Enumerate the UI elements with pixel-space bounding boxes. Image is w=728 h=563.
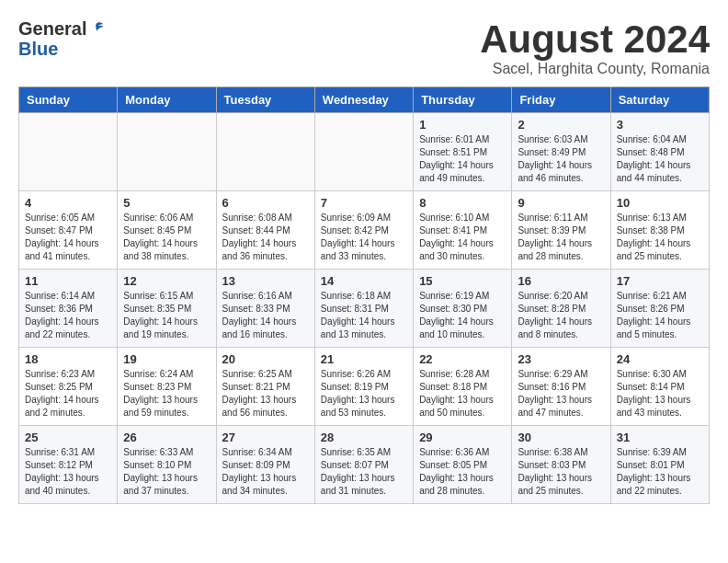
day-number: 23 [518, 352, 604, 366]
day-number: 20 [222, 352, 309, 366]
calendar-week-2: 4Sunrise: 6:05 AM Sunset: 8:47 PM Daylig… [19, 191, 710, 270]
weekday-header-thursday: Thursday [414, 87, 512, 113]
day-detail: Sunrise: 6:11 AM Sunset: 8:39 PM Dayligh… [518, 212, 604, 263]
calendar-cell: 19Sunrise: 6:24 AM Sunset: 8:23 PM Dayli… [118, 348, 216, 426]
day-number: 11 [25, 274, 111, 288]
calendar-cell: 21Sunrise: 6:26 AM Sunset: 8:19 PM Dayli… [314, 348, 413, 426]
calendar-cell: 31Sunrise: 6:39 AM Sunset: 8:01 PM Dayli… [610, 426, 709, 504]
day-detail: Sunrise: 6:03 AM Sunset: 8:49 PM Dayligh… [518, 133, 604, 185]
calendar-cell: 23Sunrise: 6:29 AM Sunset: 8:16 PM Dayli… [512, 348, 610, 426]
day-detail: Sunrise: 6:25 AM Sunset: 8:21 PM Dayligh… [222, 368, 309, 419]
calendar-cell: 20Sunrise: 6:25 AM Sunset: 8:21 PM Dayli… [216, 348, 314, 426]
day-detail: Sunrise: 6:13 AM Sunset: 8:38 PM Dayligh… [617, 212, 703, 263]
day-detail: Sunrise: 6:30 AM Sunset: 8:14 PM Dayligh… [617, 368, 703, 419]
calendar-week-1: 1Sunrise: 6:01 AM Sunset: 8:51 PM Daylig… [19, 113, 710, 191]
day-detail: Sunrise: 6:31 AM Sunset: 8:12 PM Dayligh… [25, 446, 111, 498]
day-detail: Sunrise: 6:08 AM Sunset: 8:44 PM Dayligh… [222, 212, 309, 263]
day-number: 9 [518, 196, 604, 210]
day-number: 16 [518, 274, 604, 288]
day-detail: Sunrise: 6:39 AM Sunset: 8:01 PM Dayligh… [617, 446, 703, 498]
calendar-cell: 29Sunrise: 6:36 AM Sunset: 8:05 PM Dayli… [414, 426, 512, 504]
header: General Blue August 2024 Sacel, Harghita… [18, 18, 710, 77]
day-number: 28 [321, 431, 407, 444]
day-detail: Sunrise: 6:04 AM Sunset: 8:48 PM Dayligh… [617, 133, 703, 185]
weekday-header-tuesday: Tuesday [216, 87, 314, 113]
calendar-cell: 13Sunrise: 6:16 AM Sunset: 8:33 PM Dayli… [216, 270, 314, 348]
calendar-cell [314, 113, 413, 191]
day-detail: Sunrise: 6:28 AM Sunset: 8:18 PM Dayligh… [419, 368, 506, 419]
day-number: 6 [222, 196, 309, 210]
calendar-week-4: 18Sunrise: 6:23 AM Sunset: 8:25 PM Dayli… [19, 348, 710, 426]
calendar-cell: 8Sunrise: 6:10 AM Sunset: 8:41 PM Daylig… [414, 191, 512, 270]
calendar-cell: 3Sunrise: 6:04 AM Sunset: 8:48 PM Daylig… [610, 113, 709, 191]
day-number: 27 [222, 431, 309, 444]
day-detail: Sunrise: 6:21 AM Sunset: 8:26 PM Dayligh… [617, 290, 703, 341]
day-detail: Sunrise: 6:26 AM Sunset: 8:19 PM Dayligh… [321, 368, 407, 419]
calendar-cell [19, 113, 118, 191]
logo: General Blue [18, 18, 105, 59]
calendar-week-5: 25Sunrise: 6:31 AM Sunset: 8:12 PM Dayli… [19, 426, 710, 504]
day-number: 22 [419, 352, 506, 366]
day-number: 30 [518, 431, 604, 444]
calendar-cell: 26Sunrise: 6:33 AM Sunset: 8:10 PM Dayli… [118, 426, 216, 504]
calendar-cell: 28Sunrise: 6:35 AM Sunset: 8:07 PM Dayli… [314, 426, 413, 504]
day-number: 7 [321, 196, 407, 210]
day-number: 31 [617, 431, 703, 444]
calendar-week-3: 11Sunrise: 6:14 AM Sunset: 8:36 PM Dayli… [19, 270, 710, 348]
day-number: 14 [321, 274, 407, 288]
calendar-cell: 2Sunrise: 6:03 AM Sunset: 8:49 PM Daylig… [512, 113, 610, 191]
day-detail: Sunrise: 6:16 AM Sunset: 8:33 PM Dayligh… [222, 290, 309, 341]
day-detail: Sunrise: 6:05 AM Sunset: 8:47 PM Dayligh… [25, 212, 111, 263]
day-detail: Sunrise: 6:29 AM Sunset: 8:16 PM Dayligh… [518, 368, 604, 419]
calendar-cell: 11Sunrise: 6:14 AM Sunset: 8:36 PM Dayli… [19, 270, 118, 348]
day-detail: Sunrise: 6:33 AM Sunset: 8:10 PM Dayligh… [123, 446, 210, 498]
day-number: 4 [25, 196, 111, 210]
day-detail: Sunrise: 6:06 AM Sunset: 8:45 PM Dayligh… [123, 212, 210, 263]
calendar-cell [216, 113, 314, 191]
calendar-cell: 16Sunrise: 6:20 AM Sunset: 8:28 PM Dayli… [512, 270, 610, 348]
calendar-cell: 5Sunrise: 6:06 AM Sunset: 8:45 PM Daylig… [118, 191, 216, 270]
calendar-cell: 24Sunrise: 6:30 AM Sunset: 8:14 PM Dayli… [610, 348, 709, 426]
calendar-cell: 15Sunrise: 6:19 AM Sunset: 8:30 PM Dayli… [414, 270, 512, 348]
day-number: 29 [419, 431, 506, 444]
logo-bird-icon [88, 20, 105, 37]
day-number: 26 [123, 431, 210, 444]
calendar-cell: 12Sunrise: 6:15 AM Sunset: 8:35 PM Dayli… [118, 270, 216, 348]
calendar-cell: 14Sunrise: 6:18 AM Sunset: 8:31 PM Dayli… [314, 270, 413, 348]
day-number: 24 [617, 352, 703, 366]
day-number: 15 [419, 274, 506, 288]
weekday-header-row: SundayMondayTuesdayWednesdayThursdayFrid… [19, 87, 710, 113]
calendar-cell: 27Sunrise: 6:34 AM Sunset: 8:09 PM Dayli… [216, 426, 314, 504]
title-area: August 2024 Sacel, Harghita County, Roma… [480, 18, 710, 77]
calendar-cell: 6Sunrise: 6:08 AM Sunset: 8:44 PM Daylig… [216, 191, 314, 270]
calendar-cell: 30Sunrise: 6:38 AM Sunset: 8:03 PM Dayli… [512, 426, 610, 504]
month-title: August 2024 [480, 18, 710, 61]
weekday-header-wednesday: Wednesday [314, 87, 413, 113]
day-number: 1 [419, 118, 506, 132]
weekday-header-friday: Friday [512, 87, 610, 113]
day-detail: Sunrise: 6:01 AM Sunset: 8:51 PM Dayligh… [419, 133, 506, 185]
calendar-cell [118, 113, 216, 191]
day-detail: Sunrise: 6:18 AM Sunset: 8:31 PM Dayligh… [321, 290, 407, 341]
day-number: 25 [25, 431, 111, 444]
weekday-header-sunday: Sunday [19, 87, 118, 113]
day-detail: Sunrise: 6:09 AM Sunset: 8:42 PM Dayligh… [321, 212, 407, 263]
calendar-cell: 22Sunrise: 6:28 AM Sunset: 8:18 PM Dayli… [414, 348, 512, 426]
day-number: 18 [25, 352, 111, 366]
day-detail: Sunrise: 6:35 AM Sunset: 8:07 PM Dayligh… [321, 446, 407, 498]
day-detail: Sunrise: 6:36 AM Sunset: 8:05 PM Dayligh… [419, 446, 506, 498]
day-number: 17 [617, 274, 703, 288]
day-detail: Sunrise: 6:38 AM Sunset: 8:03 PM Dayligh… [518, 446, 604, 498]
day-number: 5 [123, 196, 210, 210]
day-detail: Sunrise: 6:23 AM Sunset: 8:25 PM Dayligh… [25, 368, 111, 419]
day-number: 13 [222, 274, 309, 288]
calendar-cell: 10Sunrise: 6:13 AM Sunset: 8:38 PM Dayli… [610, 191, 709, 270]
day-detail: Sunrise: 6:10 AM Sunset: 8:41 PM Dayligh… [419, 212, 506, 263]
day-number: 12 [123, 274, 210, 288]
calendar-cell: 18Sunrise: 6:23 AM Sunset: 8:25 PM Dayli… [19, 348, 118, 426]
day-number: 2 [518, 118, 604, 132]
calendar-cell: 4Sunrise: 6:05 AM Sunset: 8:47 PM Daylig… [19, 191, 118, 270]
calendar-cell: 17Sunrise: 6:21 AM Sunset: 8:26 PM Dayli… [610, 270, 709, 348]
day-detail: Sunrise: 6:14 AM Sunset: 8:36 PM Dayligh… [25, 290, 111, 341]
calendar-cell: 9Sunrise: 6:11 AM Sunset: 8:39 PM Daylig… [512, 191, 610, 270]
